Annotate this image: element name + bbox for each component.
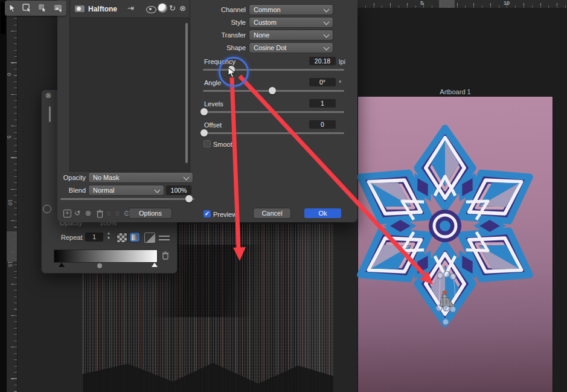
stepper-down-icon[interactable]: ▼ (107, 236, 111, 240)
undo-icon[interactable]: ↺ (74, 209, 80, 217)
move-tool-icon[interactable] (8, 4, 16, 13)
chevron-down-icon (155, 187, 161, 193)
opacity-mask-select[interactable]: No Mask (89, 173, 193, 182)
opacity-slider-track[interactable] (60, 198, 194, 200)
panel-settings-icon[interactable] (159, 234, 170, 243)
node-tool-icon[interactable] (38, 4, 48, 13)
chevron-down-icon (324, 19, 330, 25)
angle-value-field[interactable]: 0° (309, 78, 336, 86)
blend-label: Blend (57, 187, 86, 194)
repeat-value-field[interactable]: 1 (85, 233, 103, 242)
levels-label: Levels (204, 100, 223, 108)
smooth-label: Smooth (213, 141, 236, 148)
gradient-midpoint[interactable] (97, 263, 102, 268)
chevron-down-icon (324, 7, 330, 13)
artboard-title[interactable]: Artboard 1 (357, 88, 553, 95)
channel-label: Channel (196, 6, 246, 13)
transfer-value: None (254, 31, 269, 39)
offset-value-field[interactable]: 0 (309, 120, 336, 129)
split-view-icon[interactable] (158, 4, 167, 12)
selection-overlay[interactable] (423, 266, 471, 329)
window-edge-strip (0, 0, 7, 392)
levels-slider-track[interactable] (203, 111, 344, 113)
gradient-stop-white[interactable] (152, 263, 158, 267)
preview-label: Preview (213, 211, 237, 218)
visibility-eye-icon[interactable] (146, 6, 156, 13)
filter-layer-list: Halftone ⇥ ↻ ⊗ (69, 0, 190, 172)
shape-value: Cosine Dot (254, 44, 286, 51)
offset-slider-track[interactable] (203, 132, 344, 134)
halftone-dialog: Halftone ⇥ ↻ ⊗ Channel Common Style Cust… (57, 0, 357, 222)
frequency-value-field[interactable]: 20.18 (309, 57, 336, 65)
ruler-label: 15 (7, 261, 13, 267)
style-value: Custom (254, 19, 277, 26)
opacity-label: Opacity (57, 174, 86, 181)
offset-slider-thumb[interactable] (200, 129, 208, 137)
close-icon[interactable]: ⊗ (179, 4, 186, 13)
ok-button[interactable]: Ok (304, 208, 341, 218)
chevron-down-icon (324, 32, 330, 38)
shape-label: Shape (196, 44, 246, 51)
remove-icon[interactable]: ⊗ (85, 209, 91, 217)
bitmap-type-icon[interactable] (144, 233, 155, 243)
frequency-unit: lpi (339, 58, 345, 65)
list-scrollbar[interactable] (185, 23, 188, 163)
options-button[interactable]: Options (129, 208, 171, 218)
vertical-ruler: 0 5 10 15 (7, 0, 18, 392)
filter-panel-header[interactable]: Halftone ⇥ ↻ ⊗ (70, 0, 190, 18)
transfer-select[interactable]: None (249, 30, 333, 40)
ruler-label: 10 (7, 199, 13, 205)
style-select[interactable]: Custom (249, 18, 333, 27)
reset-icon[interactable]: ↻ (169, 4, 176, 13)
vertical-ruler-selection-highlight (7, 231, 17, 262)
panel-scrollbar[interactable] (49, 106, 51, 122)
chevron-down-icon (184, 175, 190, 181)
horizontal-ruler: 5 10 (357, 0, 567, 8)
preview-checkbox[interactable]: ✓ (203, 210, 211, 217)
smooth-checkbox[interactable] (203, 140, 211, 147)
offset-label: Offset (204, 121, 222, 129)
delete-stop-trash-icon[interactable] (161, 251, 170, 260)
channel-value: Common (254, 6, 281, 13)
add-icon[interactable]: + (63, 210, 71, 217)
layer-thumbnail-icon (75, 5, 85, 12)
application-window: 0 5 10 15 5 10 Artboard 1 (0, 0, 567, 392)
repeat-label: Repeat (61, 234, 82, 241)
ruler-label: 5 (420, 0, 423, 6)
angle-label: Angle (204, 79, 221, 86)
texture-light-band (297, 223, 333, 392)
ruler-label: 5 (6, 135, 12, 138)
cancel-button[interactable]: Cancel (254, 208, 290, 218)
ruler-label: 10 (504, 0, 510, 6)
angle-slider-thumb[interactable] (269, 87, 276, 94)
marquee-circle2-icon[interactable]: ◌ (115, 209, 120, 217)
blend-mode-select[interactable]: Normal (89, 185, 164, 195)
marquee-circle-icon[interactable]: ◌ (107, 209, 111, 217)
blend-percent-field[interactable]: 100% (166, 185, 191, 195)
panel-close-icon[interactable]: ⊗ (45, 91, 51, 100)
levels-value-field[interactable]: 1 (309, 99, 336, 108)
tools-toolbar (5, 1, 66, 16)
texture-zigzag-shape (83, 345, 333, 392)
channel-select[interactable]: Common (249, 5, 333, 14)
gradient-type-icon-selected[interactable] (130, 233, 139, 242)
style-label: Style (196, 19, 246, 26)
trash-icon[interactable] (96, 210, 104, 218)
gradient-editor-bar[interactable] (54, 249, 158, 263)
merge-icon[interactable]: ⇥ (127, 4, 134, 13)
opacity-slider-thumb[interactable] (185, 195, 193, 202)
mouse-cursor (228, 67, 237, 79)
halftone-selection-shape[interactable] (440, 291, 455, 307)
origin-point[interactable] (443, 291, 447, 294)
stepper-up-icon[interactable]: ▲ (107, 231, 111, 235)
blend-mode-value: Normal (93, 187, 114, 194)
transfer-label: Transfer (196, 31, 246, 39)
noise-type-icon[interactable] (117, 233, 127, 243)
panel-title: Halftone (88, 5, 117, 13)
place-image-tool-icon[interactable] (54, 4, 63, 13)
shape-select[interactable]: Cosine Dot (249, 43, 333, 53)
select-behind-tool-icon[interactable] (22, 4, 32, 13)
gradient-stop-black[interactable] (59, 263, 65, 267)
levels-slider-thumb[interactable] (200, 108, 208, 115)
panel-reset-icon[interactable] (43, 205, 51, 213)
